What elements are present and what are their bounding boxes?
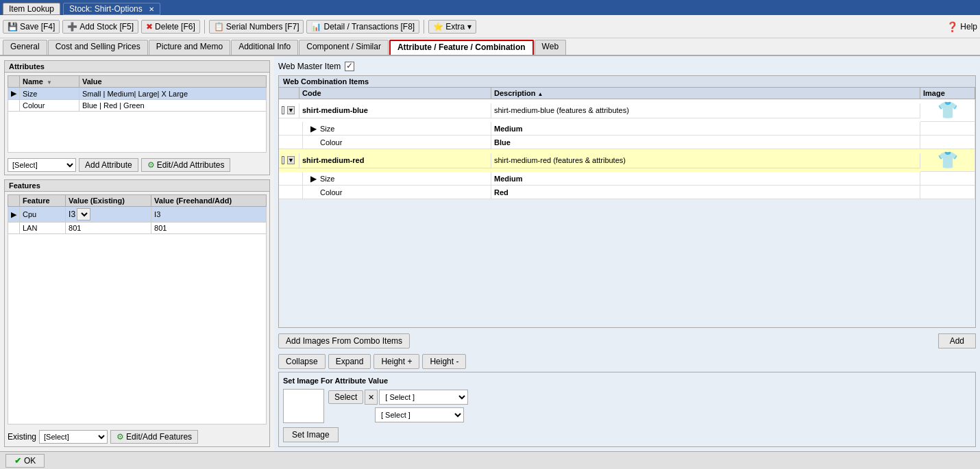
feat-feature-cell: LAN — [20, 223, 66, 234]
attr-value-header: Value — [79, 76, 266, 88]
feat-feature-cell: Cpu — [20, 207, 66, 223]
sub-label-cell: Size — [299, 122, 491, 136]
clear-button[interactable]: ✕ — [365, 390, 378, 405]
toolbar: 💾 Save [F4] ➕ Add Stock [F5] ✖ Delete [F… — [0, 15, 980, 38]
save-icon: 💾 — [8, 22, 18, 31]
help-button[interactable]: ❓ Help — [946, 21, 977, 32]
collapse-button[interactable]: Collapse — [278, 354, 326, 369]
sub-image-cell — [920, 122, 975, 136]
combo-row-2[interactable]: ▼ shirt-medium-red shirt-medium-red (fea… — [279, 149, 975, 172]
left-panel: Attributes Name ▼ Value — [0, 56, 274, 451]
attr-name-header[interactable]: Name ▼ — [20, 76, 79, 88]
detail-icon: 📊 — [311, 22, 321, 31]
tab-web[interactable]: Web — [535, 40, 566, 55]
height-controls: Collapse Expand Height + Height - — [278, 354, 976, 369]
features-table: Feature Value (Existing) Value (Freehand… — [8, 194, 267, 234]
row-checkbox-2[interactable] — [282, 156, 284, 164]
combo-row[interactable]: ▼ shirt-medium-blue shirt-medium-blue (f… — [279, 99, 975, 122]
attr-name-cell[interactable]: Colour — [20, 100, 79, 112]
close-icon[interactable]: ✕ — [149, 5, 154, 13]
expand-cell[interactable]: ▼ — [279, 103, 299, 118]
row-indicator — [8, 100, 20, 112]
bottom-controls: Add Images From Combo Items Add — [278, 331, 976, 351]
expand-button[interactable]: Expand — [328, 354, 371, 369]
combo-image-cell-2: 👕 — [920, 149, 975, 172]
height-minus-button[interactable]: Height - — [422, 354, 466, 369]
sort-desc-icon: ▲ — [538, 91, 543, 97]
set-image-row: Select ✕ [ Select ] [ Select ] — [283, 389, 971, 423]
combo-select-2[interactable]: [ Select ] — [375, 407, 464, 422]
sub-image-cell2 — [920, 136, 975, 149]
add-attribute-button[interactable]: Add Attribute — [79, 158, 138, 172]
delete-button[interactable]: ✖ Delete [F6] — [141, 20, 200, 34]
table-row[interactable]: ▶ Cpu I3 I3 — [8, 207, 267, 223]
set-image-section: Set Image For Attribute Value Select ✕ [… — [278, 372, 976, 447]
combo-select-1[interactable]: [ Select ] — [379, 390, 468, 405]
table-row[interactable]: LAN 801 801 — [8, 223, 267, 234]
add-images-button[interactable]: Add Images From Combo Items — [278, 333, 410, 348]
attr-indicator-header — [8, 76, 20, 88]
feat-freehand-cell[interactable]: 801 — [151, 223, 267, 234]
stock-shirt-options-tab[interactable]: Stock: Shirt-Options ✕ — [63, 3, 160, 15]
add-button[interactable]: Add — [938, 333, 976, 348]
combo-code-cell: shirt-medium-blue — [299, 103, 491, 118]
sub-label-cell2: Colour — [299, 136, 491, 149]
set-image-button[interactable]: Set Image — [283, 427, 339, 442]
attr-name-cell[interactable]: Size — [20, 88, 79, 100]
delete-icon: ✖ — [146, 22, 153, 31]
extra-icon: ⭐ — [433, 22, 443, 31]
sub-label-cell-2a: Size — [299, 172, 491, 186]
feat-freehand-cell[interactable]: I3 — [151, 207, 267, 223]
item-lookup-tab[interactable]: Item Lookup — [3, 3, 60, 15]
feat-existing-cell: 801 — [66, 223, 151, 234]
shirt-red-icon: 👕 — [938, 151, 958, 170]
cpu-dropdown[interactable] — [77, 208, 90, 220]
gear-icon: ⚙ — [147, 160, 155, 170]
tab-picture[interactable]: Picture and Memo — [149, 40, 230, 55]
separator — [204, 20, 205, 34]
attr-value-cell: Blue | Red | Green — [79, 100, 266, 112]
ok-button[interactable]: ✔ OK — [5, 454, 45, 468]
tab-component[interactable]: Component / Similar — [299, 40, 389, 55]
existing-label: Existing — [8, 432, 36, 442]
col-description: Description ▲ — [491, 88, 920, 99]
detail-transactions-button[interactable]: 📊 Detail / Transactions [F8] — [306, 20, 419, 34]
nav-tabs: General Cost and Selling Prices Picture … — [0, 38, 980, 56]
table-row[interactable]: ▶ Size Small | Medium| Large| X Large — [8, 88, 267, 100]
row-checkbox[interactable] — [282, 106, 284, 114]
expand-button-2[interactable]: ▼ — [287, 156, 295, 164]
sub-row: ▶ Size Medium — [279, 122, 975, 136]
edit-add-attributes-button[interactable]: ⚙ Edit/Add Attributes — [141, 158, 231, 172]
add-stock-button[interactable]: ➕ Add Stock [F5] — [62, 20, 138, 34]
attr-value-cell: Small | Medium| Large| X Large — [79, 88, 266, 100]
existing-select[interactable]: [Select] — [39, 430, 108, 444]
feat-freehand-header: Value (Freehand/Add) — [151, 195, 267, 207]
feat-existing-cell[interactable]: I3 — [66, 207, 151, 223]
extra-button[interactable]: ⭐ Extra ▾ — [428, 20, 476, 34]
row-indicator: ▶ — [8, 88, 20, 100]
web-master-row: Web Master Item — [278, 60, 976, 73]
feat-feature-header: Feature — [20, 195, 66, 207]
save-button[interactable]: 💾 Save [F4] — [3, 20, 60, 34]
expand-cell-2[interactable]: ▼ — [279, 153, 299, 168]
tab-general[interactable]: General — [3, 40, 47, 55]
web-master-checkbox[interactable] — [345, 62, 354, 71]
attr-controls: [Select] Add Attribute ⚙ Edit/Add Attrib… — [5, 155, 269, 175]
tab-attribute[interactable]: Attribute / Feature / Combination — [389, 40, 534, 55]
combo-code-cell-2: shirt-medium-red — [299, 153, 491, 168]
attr-select[interactable]: [Select] — [8, 158, 76, 172]
expand-button[interactable]: ▼ — [287, 106, 295, 114]
tab-additional[interactable]: Additional Info — [231, 40, 298, 55]
col-expand — [279, 88, 299, 99]
serial-numbers-button[interactable]: 📋 Serial Numbers [F7] — [209, 20, 304, 34]
tab-cost[interactable]: Cost and Selling Prices — [48, 40, 148, 55]
combo-table-body: ▼ shirt-medium-blue shirt-medium-blue (f… — [279, 99, 975, 327]
edit-add-features-button[interactable]: ⚙ Edit/Add Features — [110, 430, 198, 444]
select-button[interactable]: Select — [328, 390, 363, 404]
col-code: Code — [299, 88, 491, 99]
attributes-table: Name ▼ Value ▶ Size Small | Medium| Larg… — [8, 75, 267, 112]
status-bar: ✔ OK — [0, 451, 980, 469]
table-row[interactable]: Colour Blue | Red | Green — [8, 100, 267, 112]
height-plus-button[interactable]: Height + — [373, 354, 419, 369]
feat-indicator-header — [8, 195, 20, 207]
